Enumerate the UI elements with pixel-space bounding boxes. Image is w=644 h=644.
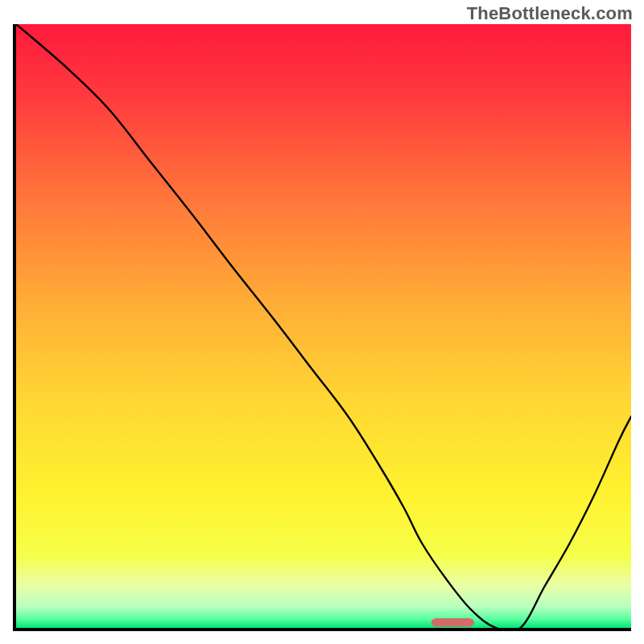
optimal-marker bbox=[431, 618, 474, 627]
chart-svg bbox=[16, 24, 631, 628]
gradient-background bbox=[16, 24, 631, 628]
chart-container: TheBottleneck.com bbox=[0, 0, 644, 644]
watermark-text: TheBottleneck.com bbox=[467, 3, 633, 24]
plot-frame bbox=[13, 24, 631, 631]
plot-area bbox=[16, 24, 631, 628]
